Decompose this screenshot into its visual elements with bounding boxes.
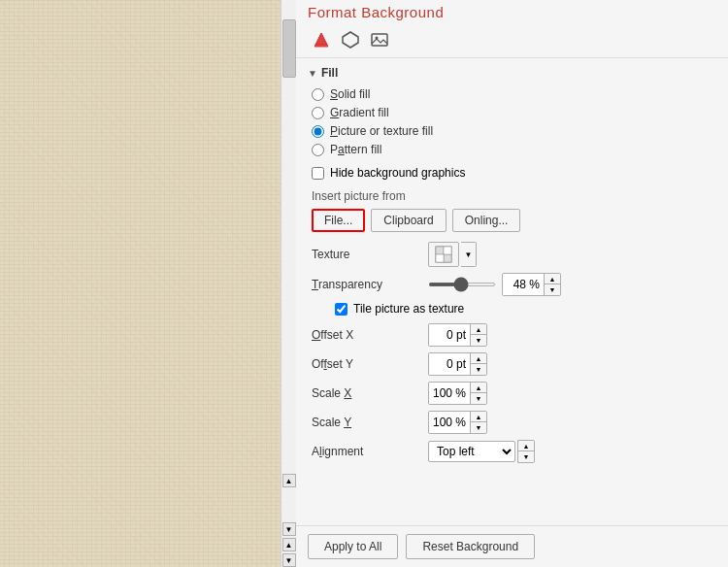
scale-x-input-group: ▲ ▼ bbox=[428, 382, 487, 405]
alignment-spin-up[interactable]: ▲ bbox=[518, 441, 534, 451]
scale-y-spin: ▲ ▼ bbox=[470, 412, 486, 433]
fill-radio-group: Solid fill Gradient fill Picture or text… bbox=[308, 87, 716, 156]
clipboard-button[interactable]: Clipboard bbox=[371, 209, 446, 232]
alignment-select[interactable]: Top left Top center Top right Center lef… bbox=[428, 441, 515, 462]
scale-x-label: Scale X bbox=[312, 386, 428, 400]
scroll-up2-arrow[interactable]: ▲ bbox=[282, 538, 296, 551]
scale-y-row: Scale Y ▲ ▼ bbox=[308, 411, 716, 434]
offset-x-spin-down[interactable]: ▼ bbox=[471, 335, 486, 346]
picture-tab-icon[interactable] bbox=[366, 26, 393, 53]
offset-x-input-group: ▲ ▼ bbox=[428, 323, 487, 347]
insert-picture-label: Insert picture from bbox=[308, 189, 716, 203]
scale-y-input-group: ▲ ▼ bbox=[428, 411, 487, 434]
transparency-slider[interactable] bbox=[428, 283, 496, 286]
texture-button[interactable] bbox=[428, 242, 459, 267]
texture-dropdown-arrow[interactable]: ▼ bbox=[461, 242, 477, 267]
hide-background-checkbox[interactable] bbox=[312, 167, 324, 180]
offset-y-label: Offset Y bbox=[312, 357, 428, 371]
offset-y-spin-down[interactable]: ▼ bbox=[471, 364, 486, 375]
picture-texture-fill-option[interactable]: Picture or texture fill bbox=[312, 124, 716, 138]
scale-y-input[interactable] bbox=[429, 412, 470, 433]
tile-row: Tile picture as texture bbox=[308, 302, 716, 316]
transparency-input-group: ▲ ▼ bbox=[502, 273, 561, 296]
offset-x-input[interactable] bbox=[429, 324, 470, 346]
svg-marker-1 bbox=[343, 32, 358, 48]
alignment-label: Alignment bbox=[312, 445, 428, 458]
reset-background-button[interactable]: Reset Background bbox=[406, 534, 535, 559]
texture-control: ▼ bbox=[428, 242, 477, 267]
picture-texture-fill-radio[interactable] bbox=[312, 125, 324, 138]
shape-tab-icon[interactable] bbox=[337, 26, 364, 53]
texture-label: Texture bbox=[312, 248, 428, 261]
scale-x-spin: ▲ ▼ bbox=[470, 383, 486, 404]
apply-to-all-button[interactable]: Apply to All bbox=[308, 534, 398, 559]
svg-rect-2 bbox=[372, 34, 387, 46]
transparency-spin-buttons: ▲ ▼ bbox=[544, 274, 560, 295]
collapse-triangle-icon[interactable]: ▼ bbox=[308, 68, 317, 79]
fill-tab-icon[interactable] bbox=[308, 26, 335, 53]
offset-x-label: Offset X bbox=[312, 328, 428, 342]
offset-y-input-group: ▲ ▼ bbox=[428, 352, 487, 376]
scroll-up-arrow[interactable]: ▲ bbox=[282, 474, 296, 487]
svg-rect-5 bbox=[436, 247, 444, 254]
insert-picture-buttons: File... Clipboard Onling... bbox=[308, 209, 716, 232]
offset-y-input[interactable] bbox=[429, 353, 470, 375]
hide-background-label: Hide background graphics bbox=[330, 166, 465, 180]
svg-rect-7 bbox=[444, 247, 451, 254]
solid-fill-radio[interactable] bbox=[312, 88, 324, 101]
hide-background-option[interactable]: Hide background graphics bbox=[308, 166, 716, 180]
texture-row: Texture ▼ bbox=[308, 242, 716, 267]
transparency-spin-up[interactable]: ▲ bbox=[545, 274, 560, 284]
file-button[interactable]: File... bbox=[312, 209, 365, 232]
gradient-fill-label: Gradient fill bbox=[330, 106, 389, 119]
fill-section-header: ▼ Fill bbox=[308, 66, 716, 80]
scale-x-spin-up[interactable]: ▲ bbox=[471, 383, 486, 393]
alignment-spin-down[interactable]: ▼ bbox=[518, 451, 534, 462]
scale-x-input[interactable] bbox=[429, 383, 470, 404]
scroll-down2-arrow[interactable]: ▼ bbox=[282, 553, 296, 567]
picture-texture-fill-label: Picture or texture fill bbox=[330, 124, 433, 138]
panel-content: ▼ Fill Solid fill Gradient fill Picture … bbox=[296, 58, 728, 525]
preview-panel: ▲ ▼ ▲ ▼ bbox=[0, 0, 296, 567]
svg-rect-6 bbox=[444, 254, 451, 262]
alignment-row: Alignment Top left Top center Top right … bbox=[308, 440, 716, 463]
toolbar-icons bbox=[308, 26, 716, 53]
scale-x-row: Scale X ▲ ▼ bbox=[308, 382, 716, 405]
solid-fill-label: Solid fill bbox=[330, 87, 370, 101]
transparency-label: Transparency bbox=[312, 278, 428, 291]
pattern-fill-label: Pattern fill bbox=[330, 143, 381, 156]
offset-y-row: Offset Y ▲ ▼ bbox=[308, 352, 716, 376]
scale-y-label: Scale Y bbox=[312, 416, 428, 429]
fill-section-label: Fill bbox=[321, 66, 338, 80]
transparency-control: ▲ ▼ bbox=[428, 273, 561, 296]
offset-y-spin: ▲ ▼ bbox=[470, 353, 486, 375]
scroll-thumb[interactable] bbox=[282, 19, 296, 78]
pattern-fill-option[interactable]: Pattern fill bbox=[312, 143, 716, 156]
gradient-fill-radio[interactable] bbox=[312, 107, 324, 119]
svg-rect-8 bbox=[436, 254, 444, 262]
scroll-down-arrow[interactable]: ▼ bbox=[282, 522, 296, 536]
gradient-fill-option[interactable]: Gradient fill bbox=[312, 106, 716, 119]
online-button[interactable]: Onling... bbox=[452, 209, 521, 232]
scale-y-spin-down[interactable]: ▼ bbox=[471, 422, 486, 433]
preview-scrollbar[interactable]: ▲ ▼ ▲ ▼ bbox=[281, 0, 296, 567]
transparency-input[interactable] bbox=[503, 274, 544, 295]
offset-y-spin-up[interactable]: ▲ bbox=[471, 353, 486, 364]
offset-x-row: Offset X ▲ ▼ bbox=[308, 323, 716, 347]
panel-header: Format Background bbox=[296, 0, 728, 58]
transparency-spin-down[interactable]: ▼ bbox=[545, 284, 560, 295]
solid-fill-option[interactable]: Solid fill bbox=[312, 87, 716, 101]
alignment-spin: ▲ ▼ bbox=[517, 440, 535, 463]
scale-y-spin-up[interactable]: ▲ bbox=[471, 412, 486, 422]
offset-x-spin-up[interactable]: ▲ bbox=[471, 324, 486, 335]
alignment-control: Top left Top center Top right Center lef… bbox=[428, 440, 535, 463]
offset-x-spin: ▲ ▼ bbox=[470, 324, 486, 346]
tile-label: Tile picture as texture bbox=[353, 302, 464, 316]
pattern-fill-radio[interactable] bbox=[312, 144, 324, 156]
tile-checkbox[interactable] bbox=[335, 303, 347, 316]
scale-x-spin-down[interactable]: ▼ bbox=[471, 393, 486, 404]
panel-title: Format Background bbox=[308, 4, 716, 20]
panel-footer: Apply to All Reset Background bbox=[296, 525, 728, 567]
svg-rect-0 bbox=[314, 45, 328, 48]
transparency-row: Transparency ▲ ▼ bbox=[308, 273, 716, 296]
